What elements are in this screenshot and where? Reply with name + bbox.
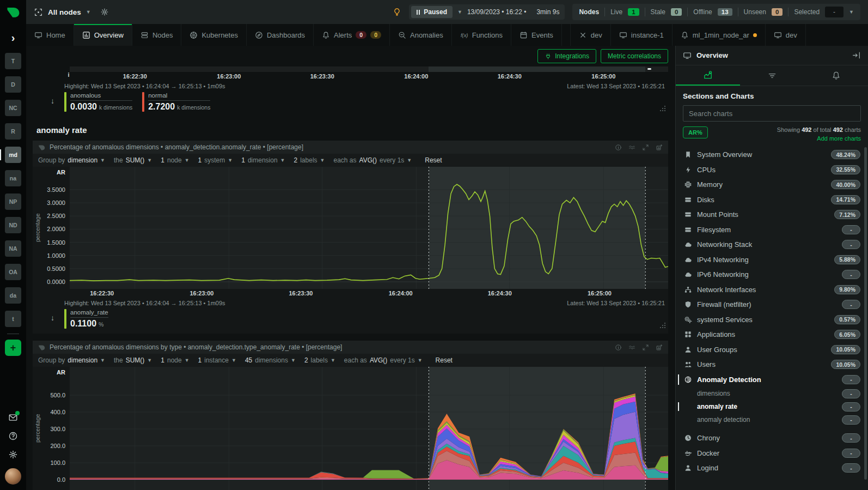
control-dimension-group-by[interactable]: Group bydimension▼ bbox=[38, 156, 105, 164]
user-avatar[interactable] bbox=[5, 468, 21, 485]
plot-area[interactable] bbox=[70, 367, 668, 490]
sidebar-item-logind[interactable]: Logind- bbox=[676, 461, 868, 476]
control-1-node[interactable]: 1node▼ bbox=[161, 156, 189, 164]
tab-functions-7[interactable]: f(x)Functions bbox=[452, 24, 511, 46]
sidebar-item-user-groups[interactable]: User Groups10.05% bbox=[676, 342, 868, 358]
date-range[interactable]: 13/09/2023 • 16:22 • bbox=[467, 8, 527, 16]
waves-icon[interactable] bbox=[628, 144, 635, 151]
info-icon[interactable]: i bbox=[68, 71, 69, 78]
stale-label[interactable]: Stale bbox=[651, 8, 665, 16]
sidebar-item-anomaly-rate[interactable]: anomaly rate- bbox=[676, 400, 868, 413]
ar-filter-chip[interactable]: AR% bbox=[683, 126, 708, 138]
expand-icon[interactable] bbox=[642, 344, 649, 351]
metric-correlations-button[interactable]: Metric correlations bbox=[601, 49, 668, 63]
highlight-region[interactable] bbox=[429, 66, 645, 72]
tab-dashboards-4[interactable]: Dashboards bbox=[247, 24, 314, 46]
tab-alerts-5[interactable]: Alerts00 bbox=[314, 24, 390, 46]
control-1-system[interactable]: 1system▼ bbox=[198, 156, 233, 164]
tab-overview-1[interactable]: Overview bbox=[74, 24, 132, 46]
tab-dev-9[interactable]: dev bbox=[571, 24, 611, 46]
search-charts-input[interactable] bbox=[683, 105, 861, 122]
tab-events-8[interactable]: Events bbox=[511, 24, 562, 46]
reset-button[interactable]: Reset bbox=[436, 356, 453, 364]
sidebar-scrollbar-thumb[interactable] bbox=[864, 147, 867, 480]
info-icon[interactable] bbox=[615, 344, 622, 351]
control-2-labels[interactable]: 2labels▼ bbox=[304, 356, 335, 364]
legend-sort-arrow-icon[interactable]: ↓ bbox=[51, 313, 54, 322]
space-tile-da[interactable]: da bbox=[5, 287, 21, 304]
sidebar-item-docker[interactable]: Docker- bbox=[676, 446, 868, 461]
all-nodes-selector[interactable]: All nodes bbox=[48, 8, 81, 16]
sidebar-item-disks[interactable]: Disks14.71% bbox=[676, 192, 868, 208]
sidebar-item-users[interactable]: Users10.05% bbox=[676, 357, 868, 372]
chevron-down-icon[interactable]: ▼ bbox=[457, 9, 462, 15]
tab-home-0[interactable]: Home bbox=[26, 24, 74, 46]
sidebar-item-mount-points[interactable]: Mount Points7.12% bbox=[676, 207, 868, 222]
legend-item-normal[interactable]: normal2.7200k dimensions bbox=[142, 92, 210, 112]
sidebar-item-chrony[interactable]: Chrony- bbox=[676, 431, 868, 446]
tab-anomalies-6[interactable]: Anomalies bbox=[390, 24, 452, 46]
netdata-logo[interactable] bbox=[0, 0, 26, 24]
control-1-instance[interactable]: 1instance▼ bbox=[198, 356, 236, 364]
sidebar-item-applications[interactable]: Applications6.05% bbox=[676, 327, 868, 342]
info-icon[interactable] bbox=[615, 144, 622, 151]
expand-icon[interactable] bbox=[642, 144, 649, 151]
plot-area[interactable] bbox=[70, 167, 668, 289]
collapse-panel-icon[interactable] bbox=[852, 51, 861, 60]
control-avg-every-1s[interactable]: each asAVG()every 1s▼ bbox=[333, 156, 412, 164]
control-sum-the[interactable]: theSUM()▼ bbox=[114, 156, 152, 164]
space-tile-t[interactable]: t bbox=[5, 311, 21, 327]
unseen-label[interactable]: Unseen bbox=[744, 8, 766, 16]
control-45-dimensions[interactable]: 45dimensions▼ bbox=[245, 356, 296, 364]
chevron-down-icon[interactable]: ▼ bbox=[849, 9, 854, 15]
control-avg-every-1s[interactable]: each asAVG()every 1s▼ bbox=[344, 356, 423, 364]
space-tile-na[interactable]: na bbox=[5, 170, 21, 186]
dragchart-icon[interactable] bbox=[656, 344, 663, 351]
tab-alerts[interactable] bbox=[804, 65, 868, 86]
room-settings-gear-icon[interactable] bbox=[100, 8, 109, 16]
tips-bulb-icon[interactable] bbox=[393, 8, 401, 16]
resize-handle-icon[interactable] bbox=[659, 322, 666, 329]
waves-icon[interactable] bbox=[628, 344, 635, 351]
sidebar-item-filesystem[interactable]: Filesystem- bbox=[676, 222, 868, 238]
legend-item-anomalous[interactable]: anomalous0.0030k dimensions bbox=[64, 92, 132, 112]
reset-button[interactable]: Reset bbox=[425, 156, 442, 164]
live-label[interactable]: Live bbox=[610, 8, 622, 16]
legend-item-anomaly_rate[interactable]: anomaly_rate0.1100% bbox=[64, 309, 108, 329]
dragchart-icon[interactable] bbox=[656, 144, 663, 151]
sidebar-item-ipv4-networking[interactable]: IPv4 Networking5.88% bbox=[676, 252, 868, 268]
add-more-charts-link[interactable]: Add more charts bbox=[777, 135, 861, 142]
chart-plot-sliver[interactable] bbox=[70, 66, 668, 72]
space-tile-T[interactable]: T bbox=[5, 53, 21, 69]
add-space-button[interactable]: + bbox=[5, 340, 21, 356]
resize-handle-icon[interactable] bbox=[659, 105, 666, 112]
tab-kubernetes-3[interactable]: Kubernetes bbox=[181, 24, 247, 46]
control-2-labels[interactable]: 2labels▼ bbox=[294, 156, 325, 164]
legend-sort-arrow-icon[interactable]: ↓ bbox=[51, 96, 54, 105]
space-tile-OA[interactable]: OA bbox=[5, 264, 21, 280]
sidebar-item-firewall-netfilter-[interactable]: Firewall (netfilter)- bbox=[676, 297, 868, 312]
integrations-button[interactable]: Integrations bbox=[537, 49, 596, 63]
sidebar-item-anomaly-detection[interactable]: Anomaly Detection- bbox=[676, 372, 868, 388]
expand-rail-chevron-icon[interactable]: › bbox=[11, 32, 15, 44]
control-dimension-group-by[interactable]: Group bydimension▼ bbox=[38, 356, 105, 364]
control-1-node[interactable]: 1node▼ bbox=[161, 356, 189, 364]
space-tile-md[interactable]: md bbox=[5, 147, 21, 163]
sidebar-item-dimensions[interactable]: dimensions- bbox=[676, 387, 868, 400]
sidebar-item-system-overview[interactable]: System Overview48.24% bbox=[676, 147, 868, 162]
control-sum-the[interactable]: theSUM()▼ bbox=[114, 356, 152, 364]
tab-ml-1min-node-ar-11[interactable]: ml_1min_node_ar bbox=[673, 24, 766, 46]
sidebar-item-network-interfaces[interactable]: Network Interfaces9.80% bbox=[676, 282, 868, 298]
sidebar-item-anomaly-detection[interactable]: anomaly detection- bbox=[676, 413, 868, 426]
news-envelope-icon[interactable] bbox=[8, 413, 18, 422]
sidebar-item-ipv6-networking[interactable]: IPv6 Networking- bbox=[676, 267, 868, 282]
tab-instance-1-10[interactable]: instance-1 bbox=[611, 24, 673, 46]
sidebar-item-cpus[interactable]: CPUs32.55% bbox=[676, 162, 868, 178]
paused-button[interactable]: Paused bbox=[411, 6, 453, 18]
settings-gear-icon[interactable] bbox=[8, 450, 18, 459]
space-tile-NP[interactable]: NP bbox=[5, 193, 21, 210]
space-tile-NC[interactable]: NC bbox=[5, 100, 21, 116]
control-1-dimension[interactable]: 1dimension▼ bbox=[241, 156, 285, 164]
chevron-down-icon[interactable]: ▼ bbox=[86, 9, 91, 15]
tab-filters[interactable] bbox=[740, 65, 804, 86]
